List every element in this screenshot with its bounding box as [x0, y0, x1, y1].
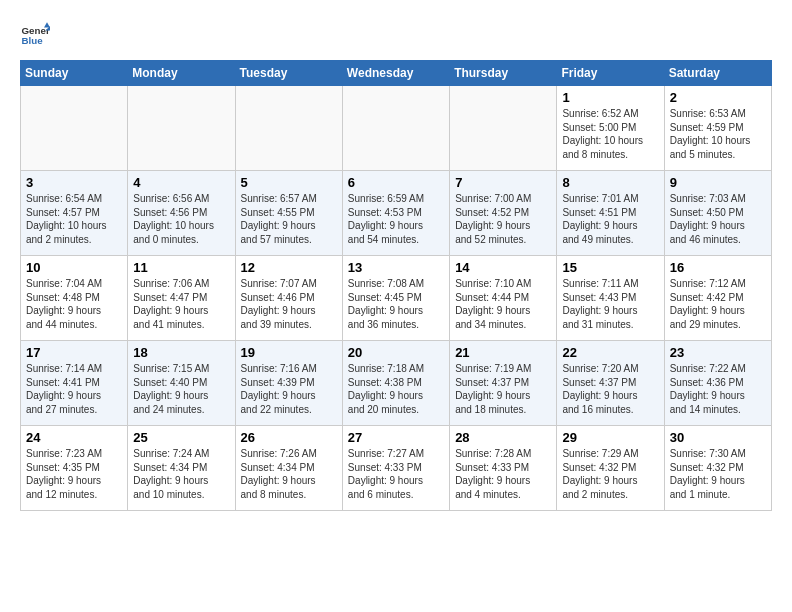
day-number: 28 — [455, 430, 551, 445]
calendar-cell: 17Sunrise: 7:14 AM Sunset: 4:41 PM Dayli… — [21, 341, 128, 426]
day-number: 20 — [348, 345, 444, 360]
day-info: Sunrise: 6:52 AM Sunset: 5:00 PM Dayligh… — [562, 107, 658, 161]
day-info: Sunrise: 7:00 AM Sunset: 4:52 PM Dayligh… — [455, 192, 551, 246]
day-info: Sunrise: 7:23 AM Sunset: 4:35 PM Dayligh… — [26, 447, 122, 501]
day-number: 13 — [348, 260, 444, 275]
calendar-cell: 29Sunrise: 7:29 AM Sunset: 4:32 PM Dayli… — [557, 426, 664, 511]
day-info: Sunrise: 7:19 AM Sunset: 4:37 PM Dayligh… — [455, 362, 551, 416]
day-number: 7 — [455, 175, 551, 190]
day-number: 18 — [133, 345, 229, 360]
day-info: Sunrise: 6:54 AM Sunset: 4:57 PM Dayligh… — [26, 192, 122, 246]
weekday-header-saturday: Saturday — [664, 61, 771, 86]
day-number: 6 — [348, 175, 444, 190]
day-info: Sunrise: 7:20 AM Sunset: 4:37 PM Dayligh… — [562, 362, 658, 416]
day-number: 11 — [133, 260, 229, 275]
day-info: Sunrise: 7:11 AM Sunset: 4:43 PM Dayligh… — [562, 277, 658, 331]
calendar-week-row: 10Sunrise: 7:04 AM Sunset: 4:48 PM Dayli… — [21, 256, 772, 341]
day-number: 8 — [562, 175, 658, 190]
calendar-cell: 28Sunrise: 7:28 AM Sunset: 4:33 PM Dayli… — [450, 426, 557, 511]
day-info: Sunrise: 7:14 AM Sunset: 4:41 PM Dayligh… — [26, 362, 122, 416]
weekday-header-thursday: Thursday — [450, 61, 557, 86]
day-number: 14 — [455, 260, 551, 275]
day-number: 19 — [241, 345, 337, 360]
day-info: Sunrise: 7:22 AM Sunset: 4:36 PM Dayligh… — [670, 362, 766, 416]
day-number: 15 — [562, 260, 658, 275]
day-number: 12 — [241, 260, 337, 275]
calendar-cell: 22Sunrise: 7:20 AM Sunset: 4:37 PM Dayli… — [557, 341, 664, 426]
calendar-week-row: 17Sunrise: 7:14 AM Sunset: 4:41 PM Dayli… — [21, 341, 772, 426]
day-info: Sunrise: 7:29 AM Sunset: 4:32 PM Dayligh… — [562, 447, 658, 501]
calendar-cell: 21Sunrise: 7:19 AM Sunset: 4:37 PM Dayli… — [450, 341, 557, 426]
calendar-cell: 7Sunrise: 7:00 AM Sunset: 4:52 PM Daylig… — [450, 171, 557, 256]
day-info: Sunrise: 6:57 AM Sunset: 4:55 PM Dayligh… — [241, 192, 337, 246]
calendar-cell: 8Sunrise: 7:01 AM Sunset: 4:51 PM Daylig… — [557, 171, 664, 256]
day-number: 27 — [348, 430, 444, 445]
calendar-cell — [342, 86, 449, 171]
calendar-cell: 30Sunrise: 7:30 AM Sunset: 4:32 PM Dayli… — [664, 426, 771, 511]
day-info: Sunrise: 7:15 AM Sunset: 4:40 PM Dayligh… — [133, 362, 229, 416]
day-info: Sunrise: 7:28 AM Sunset: 4:33 PM Dayligh… — [455, 447, 551, 501]
calendar-cell: 19Sunrise: 7:16 AM Sunset: 4:39 PM Dayli… — [235, 341, 342, 426]
day-number: 16 — [670, 260, 766, 275]
day-number: 2 — [670, 90, 766, 105]
calendar-cell: 24Sunrise: 7:23 AM Sunset: 4:35 PM Dayli… — [21, 426, 128, 511]
weekday-header-tuesday: Tuesday — [235, 61, 342, 86]
weekday-header-row: SundayMondayTuesdayWednesdayThursdayFrid… — [21, 61, 772, 86]
calendar-cell: 27Sunrise: 7:27 AM Sunset: 4:33 PM Dayli… — [342, 426, 449, 511]
day-number: 29 — [562, 430, 658, 445]
calendar-cell — [21, 86, 128, 171]
calendar-cell: 5Sunrise: 6:57 AM Sunset: 4:55 PM Daylig… — [235, 171, 342, 256]
weekday-header-wednesday: Wednesday — [342, 61, 449, 86]
day-info: Sunrise: 7:04 AM Sunset: 4:48 PM Dayligh… — [26, 277, 122, 331]
day-info: Sunrise: 6:56 AM Sunset: 4:56 PM Dayligh… — [133, 192, 229, 246]
day-info: Sunrise: 7:08 AM Sunset: 4:45 PM Dayligh… — [348, 277, 444, 331]
calendar-cell: 4Sunrise: 6:56 AM Sunset: 4:56 PM Daylig… — [128, 171, 235, 256]
day-info: Sunrise: 7:27 AM Sunset: 4:33 PM Dayligh… — [348, 447, 444, 501]
day-number: 9 — [670, 175, 766, 190]
day-info: Sunrise: 7:18 AM Sunset: 4:38 PM Dayligh… — [348, 362, 444, 416]
day-info: Sunrise: 7:03 AM Sunset: 4:50 PM Dayligh… — [670, 192, 766, 246]
day-number: 23 — [670, 345, 766, 360]
day-info: Sunrise: 7:12 AM Sunset: 4:42 PM Dayligh… — [670, 277, 766, 331]
calendar-cell: 10Sunrise: 7:04 AM Sunset: 4:48 PM Dayli… — [21, 256, 128, 341]
calendar-cell: 6Sunrise: 6:59 AM Sunset: 4:53 PM Daylig… — [342, 171, 449, 256]
day-number: 25 — [133, 430, 229, 445]
calendar-cell: 3Sunrise: 6:54 AM Sunset: 4:57 PM Daylig… — [21, 171, 128, 256]
day-number: 26 — [241, 430, 337, 445]
calendar-cell: 26Sunrise: 7:26 AM Sunset: 4:34 PM Dayli… — [235, 426, 342, 511]
day-info: Sunrise: 7:01 AM Sunset: 4:51 PM Dayligh… — [562, 192, 658, 246]
calendar-cell: 11Sunrise: 7:06 AM Sunset: 4:47 PM Dayli… — [128, 256, 235, 341]
day-info: Sunrise: 7:30 AM Sunset: 4:32 PM Dayligh… — [670, 447, 766, 501]
svg-text:Blue: Blue — [22, 35, 44, 46]
day-number: 17 — [26, 345, 122, 360]
calendar-cell: 13Sunrise: 7:08 AM Sunset: 4:45 PM Dayli… — [342, 256, 449, 341]
page-header: General Blue — [20, 20, 772, 50]
calendar-cell — [128, 86, 235, 171]
day-number: 24 — [26, 430, 122, 445]
day-number: 5 — [241, 175, 337, 190]
calendar-week-row: 3Sunrise: 6:54 AM Sunset: 4:57 PM Daylig… — [21, 171, 772, 256]
day-info: Sunrise: 6:59 AM Sunset: 4:53 PM Dayligh… — [348, 192, 444, 246]
calendar-cell: 20Sunrise: 7:18 AM Sunset: 4:38 PM Dayli… — [342, 341, 449, 426]
logo-icon: General Blue — [20, 20, 50, 50]
calendar-cell: 12Sunrise: 7:07 AM Sunset: 4:46 PM Dayli… — [235, 256, 342, 341]
calendar-week-row: 1Sunrise: 6:52 AM Sunset: 5:00 PM Daylig… — [21, 86, 772, 171]
day-number: 1 — [562, 90, 658, 105]
day-number: 3 — [26, 175, 122, 190]
calendar-table: SundayMondayTuesdayWednesdayThursdayFrid… — [20, 60, 772, 511]
calendar-cell: 25Sunrise: 7:24 AM Sunset: 4:34 PM Dayli… — [128, 426, 235, 511]
calendar-cell: 14Sunrise: 7:10 AM Sunset: 4:44 PM Dayli… — [450, 256, 557, 341]
day-number: 30 — [670, 430, 766, 445]
day-info: Sunrise: 6:53 AM Sunset: 4:59 PM Dayligh… — [670, 107, 766, 161]
day-info: Sunrise: 7:26 AM Sunset: 4:34 PM Dayligh… — [241, 447, 337, 501]
calendar-cell: 16Sunrise: 7:12 AM Sunset: 4:42 PM Dayli… — [664, 256, 771, 341]
calendar-week-row: 24Sunrise: 7:23 AM Sunset: 4:35 PM Dayli… — [21, 426, 772, 511]
day-info: Sunrise: 7:24 AM Sunset: 4:34 PM Dayligh… — [133, 447, 229, 501]
day-number: 22 — [562, 345, 658, 360]
day-info: Sunrise: 7:06 AM Sunset: 4:47 PM Dayligh… — [133, 277, 229, 331]
day-info: Sunrise: 7:10 AM Sunset: 4:44 PM Dayligh… — [455, 277, 551, 331]
day-number: 21 — [455, 345, 551, 360]
calendar-cell: 18Sunrise: 7:15 AM Sunset: 4:40 PM Dayli… — [128, 341, 235, 426]
calendar-cell: 1Sunrise: 6:52 AM Sunset: 5:00 PM Daylig… — [557, 86, 664, 171]
calendar-cell: 15Sunrise: 7:11 AM Sunset: 4:43 PM Dayli… — [557, 256, 664, 341]
